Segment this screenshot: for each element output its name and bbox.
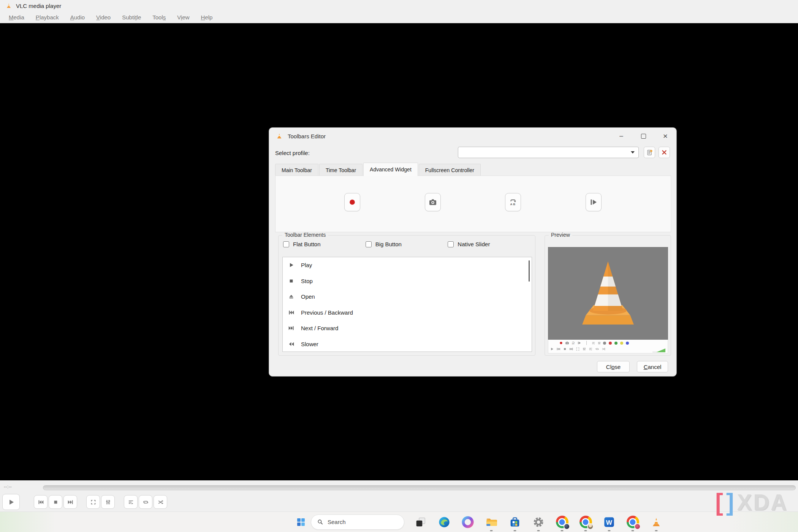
running-indicator [632,530,634,531]
start-button[interactable] [293,514,309,530]
scrollbar-thumb[interactable] [529,260,530,282]
list-item-previous-backward[interactable]: Previous / Backward [283,305,532,321]
list-item-label: Slower [301,341,318,347]
delete-profile-button[interactable] [659,147,670,158]
list-item-open[interactable]: Open [283,289,532,305]
ab-loop-widget-button[interactable]: A B [505,193,521,211]
tab-advanced-widget[interactable]: Advanced Widget [363,163,418,176]
xda-watermark-text: XDA [737,489,788,515]
close-window-button[interactable]: × [654,128,676,144]
play-button[interactable] [2,494,20,510]
word-icon: W [603,516,616,529]
taskbar-chrome-profile-2-button[interactable] [574,512,597,532]
store-icon [508,516,521,529]
toolbar-elements-label: Toolbar Elements [282,232,328,238]
chrome-icon [627,516,639,528]
toolbar-drop-area[interactable]: A B [275,176,671,232]
xda-watermark: [ ] XDA [715,489,788,515]
taskbar-word-button[interactable]: W [597,512,621,532]
menu-subtitle[interactable]: Subtitle [116,14,147,21]
preview-color-dot [603,342,606,345]
loop-button[interactable] [139,495,152,509]
taskbar-icons: W [409,512,668,532]
preview-color-dot [614,342,618,345]
checkbox-native-slider[interactable]: Native Slider [448,241,530,247]
toolbar-elements-list: PlayStopOpenPrevious / BackwardNext / Fo… [282,257,532,352]
taskbar-file-explorer-button[interactable] [480,512,503,532]
preview-color-dot [626,342,629,345]
windows-start-icon [296,517,306,527]
taskbar-edge-button[interactable] [432,512,456,532]
tab-main-toolbar[interactable]: Main Toolbar [275,164,318,176]
fullscreen-button[interactable] [86,495,100,509]
edge-icon [438,516,451,529]
checkbox-big-button[interactable]: Big Button [366,241,448,247]
previous-icon [38,499,44,505]
menu-view[interactable]: View [171,14,195,21]
menubar: MediaPlaybackAudioVideoSubtitleToolsView… [0,11,798,23]
random-button[interactable] [154,495,167,509]
taskbar-vlc-button[interactable] [644,512,668,532]
menu-tools[interactable]: Tools [147,14,171,21]
record-widget-button[interactable] [344,193,360,211]
menu-playback[interactable]: Playback [30,14,65,21]
record-icon [559,341,563,345]
running-indicator [514,530,516,531]
random-icon [602,347,606,351]
previous-icon [288,309,294,316]
running-indicator [608,530,611,531]
list-item-slower[interactable]: Slower [283,336,532,352]
next-button[interactable] [63,495,77,509]
taskbar: Search W [0,511,798,532]
list-item-stop[interactable]: Stop [283,273,532,289]
slower-icon [288,341,294,347]
frame-by-frame-widget-button[interactable] [586,193,602,211]
settings-icon [532,516,545,529]
next-icon [67,499,74,505]
menu-help[interactable]: Help [195,14,218,21]
maximize-button[interactable] [632,128,654,144]
snapshot-widget-button[interactable] [425,193,441,211]
playlist-button[interactable] [124,495,138,509]
chevron-down-icon [631,151,635,154]
taskbar-store-button[interactable] [503,512,527,532]
menu-audio[interactable]: Audio [65,14,90,21]
list-item-next-forward[interactable]: Next / Forward [283,320,532,336]
screen: VLC media player MediaPlaybackAudioVideo… [0,0,798,532]
minimize-button[interactable]: – [610,128,632,144]
loop-icon [142,499,149,505]
menu-media[interactable]: Media [3,14,30,21]
controller-bar: --:-- [0,480,798,511]
seek-slider[interactable] [43,485,796,490]
menu-video[interactable]: Video [90,14,116,21]
record-icon [348,198,357,207]
profile-badge [564,523,570,530]
xda-bracket-left-icon: [ [715,490,723,515]
chrome-icon [556,516,568,528]
play-icon [288,262,294,268]
profile-combobox[interactable] [458,147,639,158]
stop-button[interactable] [49,495,62,509]
taskbar-copilot-button[interactable] [456,512,480,532]
close-button[interactable]: Close [597,361,630,372]
profile-badge [634,523,641,530]
list-item-play[interactable]: Play [283,257,532,273]
checkbox-flat-button[interactable]: Flat Button [283,241,366,247]
taskbar-chrome-profile-3-button[interactable] [621,512,644,532]
new-profile-button[interactable] [644,147,655,158]
search-box[interactable]: Search [311,515,404,530]
search-icon [317,519,323,525]
stop-icon [52,499,59,505]
extended-settings-icon [105,499,111,505]
next-icon [569,347,573,351]
previous-button[interactable] [34,495,48,509]
scrollbar-track[interactable] [528,258,531,351]
cancel-button[interactable]: Cancel [637,361,668,372]
tab-time-toolbar[interactable]: Time Toolbar [319,164,363,176]
elapsed-time: --:-- [4,484,12,489]
taskbar-chrome-profile-1-button[interactable] [550,512,574,532]
tab-fullscreen-controller[interactable]: Fullscreen Controller [419,164,481,176]
extended-settings-button[interactable] [101,495,115,509]
taskbar-settings-button[interactable] [527,512,550,532]
taskbar-task-view-button[interactable] [409,512,432,532]
